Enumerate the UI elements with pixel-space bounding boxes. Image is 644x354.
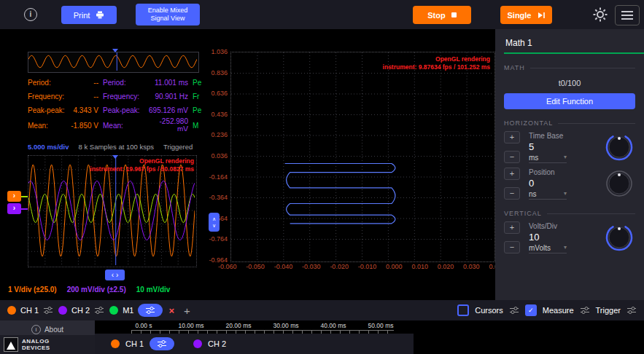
ruler-tick-label: 30.00 ms xyxy=(273,322,299,329)
timebase-control-label: Time Base xyxy=(529,132,603,140)
ch1-label: CH 1 xyxy=(20,306,39,315)
timebase-unit-select[interactable]: ms ▾ xyxy=(529,154,567,163)
section-math: MATH xyxy=(504,64,635,71)
channel-scales-row: 1 V/div (±25.0) 200 mV/div (±2.5) 10 mV/… xyxy=(8,286,170,294)
top-toolbar: i Print Enable Mixed Signal View Stop Si… xyxy=(0,0,644,29)
voltsdiv-unit-select[interactable]: mVolts ▾ xyxy=(529,244,567,253)
cursors-settings-icon[interactable] xyxy=(509,306,519,315)
voltsdiv-control-label: Volts/Div xyxy=(529,222,603,230)
waveform-preview-strip[interactable] xyxy=(28,52,199,73)
section-horizontal: HORIZONTAL xyxy=(504,119,635,127)
voltsdiv-knob[interactable] xyxy=(603,221,635,253)
measurement-row: Frequency: -- Frequency: 90.901 Hz Fr xyxy=(28,90,204,103)
position-decrement-button[interactable]: − xyxy=(504,187,520,200)
single-button[interactable]: Single xyxy=(500,6,552,24)
meas-label: Period: xyxy=(103,79,147,87)
position-value[interactable]: 0 xyxy=(529,178,603,189)
timebase-status-row: 5.000 ms/div 8 k Samples at 100 ksps Tri… xyxy=(28,143,217,151)
samples-label: 8 k Samples at 100 ksps xyxy=(79,143,155,151)
preview-trigger-marker[interactable] xyxy=(112,49,118,52)
measurement-row: Peak-peak: 4.343 V Peak-peak: 695.126 mV… xyxy=(28,103,204,117)
meas-value: -- xyxy=(68,93,103,101)
m1-channel-button[interactable]: M1 × xyxy=(109,304,176,317)
meas-value: -252.980 mV xyxy=(147,117,193,131)
math-function-text: t0/100 xyxy=(495,79,644,87)
ch2-scale-label: 200 mV/div (±2.5) xyxy=(67,286,126,294)
measure-checkbox[interactable]: ✓ xyxy=(525,304,537,316)
measure-settings-icon[interactable] xyxy=(580,306,590,315)
background-channel-bar: CH 1 CH 2 xyxy=(95,334,414,354)
m1-label: M1 xyxy=(123,306,133,315)
ch1-channel-button[interactable]: CH 1 xyxy=(7,306,53,315)
ruler-tick-label: 50.00 ms xyxy=(368,322,394,329)
ch2-channel-button[interactable]: CH 2 xyxy=(58,306,104,315)
m1-reference-line xyxy=(21,196,28,197)
ch1-label[interactable]: CH 1 xyxy=(125,339,144,348)
xy-opengl-status: OpenGL rendering instrument: 9.87634 fps… xyxy=(314,55,490,71)
add-channel-button[interactable]: + xyxy=(181,304,193,317)
ch1-settings-toggle[interactable] xyxy=(150,337,174,350)
single-button-label: Single xyxy=(507,11,531,20)
meas-value: 11.001 ms xyxy=(147,79,193,87)
timebase-decrement-button[interactable]: − xyxy=(504,151,520,163)
voltsdiv-control: + − Volts/Div 10 mVolts ▾ xyxy=(504,221,635,253)
about-label: About xyxy=(44,326,63,334)
stop-button[interactable]: Stop xyxy=(413,6,471,24)
background-time-ruler: 0.00 s 10.00 ms 20.00 ms 30.00 ms 40.00 … xyxy=(95,320,423,334)
chevron-down-icon: ∨ xyxy=(212,223,216,229)
xy-math-plot[interactable] xyxy=(230,52,495,262)
stop-button-label: Stop xyxy=(427,11,445,20)
enable-mixed-signal-button[interactable]: Enable Mixed Signal View xyxy=(136,4,200,25)
ch2-offset-handle[interactable]: › xyxy=(7,203,21,214)
edit-function-button[interactable]: Edit Function xyxy=(504,93,635,109)
ch1-offset-handle[interactable]: › xyxy=(7,191,21,202)
timebase-increment-button[interactable]: + xyxy=(504,131,520,143)
settings-gear-icon[interactable] xyxy=(593,7,608,22)
print-button[interactable]: Print xyxy=(61,6,117,24)
meas-value: 4.343 V xyxy=(68,106,103,114)
ruler-tick-label: 20.00 ms xyxy=(226,322,252,329)
ruler-tick-label: 0.00 s xyxy=(135,322,152,329)
m1-settings-icon xyxy=(145,306,155,315)
meas-label: Peak-peak: xyxy=(103,106,147,114)
trigger-label: Trigger xyxy=(596,306,621,315)
info-icon: i xyxy=(31,325,41,334)
math-settings-panel: Math 1 MATH t0/100 Edit Function HORIZON… xyxy=(495,29,644,300)
voltsdiv-unit-value: mVolts xyxy=(529,244,551,252)
ruler-tick-label: 40.00 ms xyxy=(321,322,346,329)
math-offset-handle[interactable]: ∧ ∨ xyxy=(209,213,220,232)
ch2-settings-icon[interactable] xyxy=(94,306,104,315)
chevron-up-icon: ∧ xyxy=(212,216,216,222)
ch2-label[interactable]: CH 2 xyxy=(208,339,226,348)
timebase-knob[interactable] xyxy=(603,131,635,163)
position-increment-button[interactable]: + xyxy=(504,168,520,180)
ch2-color-dot xyxy=(58,306,67,315)
voltsdiv-value[interactable]: 10 xyxy=(529,232,603,243)
panel-title: Math 1 xyxy=(495,29,644,52)
about-item[interactable]: i About xyxy=(0,320,95,334)
scope-trigger-marker[interactable] xyxy=(112,155,118,159)
cursors-checkbox[interactable] xyxy=(457,304,469,316)
meas-label: Frequency: xyxy=(103,93,147,101)
voltsdiv-increment-button[interactable]: + xyxy=(504,221,520,234)
position-knob[interactable] xyxy=(603,168,635,200)
printer-icon xyxy=(96,11,104,19)
ch1-color-dot xyxy=(7,306,16,315)
ch1-settings-icon xyxy=(157,339,167,348)
timebase-value[interactable]: 5 xyxy=(529,141,603,152)
m1-close-icon[interactable]: × xyxy=(167,305,176,316)
meas-value: -- xyxy=(68,79,103,87)
timebase-label[interactable]: 5.000 ms/div xyxy=(28,143,69,151)
oscilloscope-plot[interactable]: OpenGL rendering instrument: 19.967 fps … xyxy=(28,155,197,267)
voltsdiv-decrement-button[interactable]: − xyxy=(504,241,520,253)
position-unit-select[interactable]: ns ▾ xyxy=(529,190,567,200)
info-icon[interactable]: i xyxy=(24,8,37,21)
trigger-settings-icon[interactable] xyxy=(626,306,637,315)
menu-hamburger-icon[interactable] xyxy=(615,5,640,25)
m1-settings-toggle[interactable] xyxy=(138,304,163,317)
chevron-down-icon: ▾ xyxy=(564,154,567,162)
scope-opengl-status: OpenGL rendering instrument: 19.967 fps … xyxy=(90,157,194,173)
channel-bar: CH 1 CH 2 M1 × + Cursors ✓ xyxy=(0,300,644,320)
horizontal-position-handle[interactable]: ‹ › xyxy=(105,270,125,280)
ch1-settings-icon[interactable] xyxy=(43,306,53,315)
